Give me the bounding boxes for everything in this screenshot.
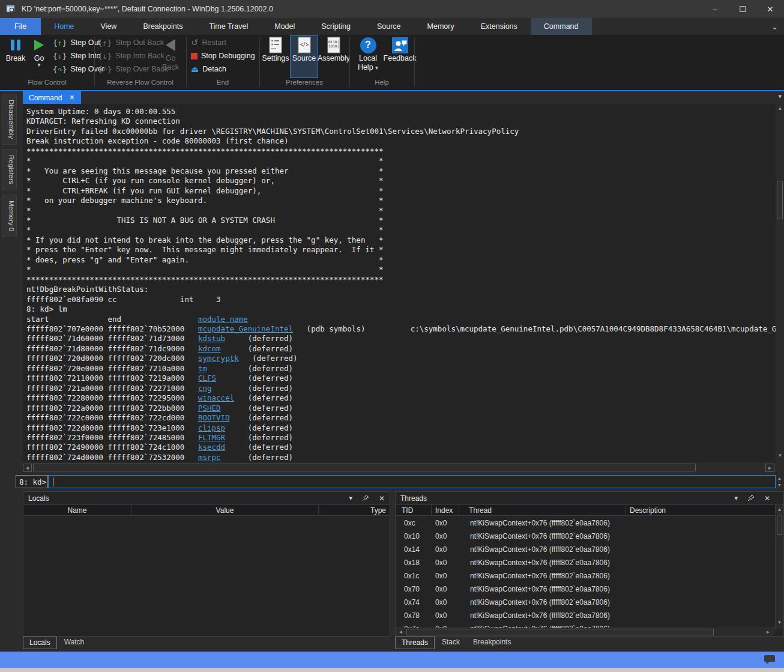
pin-icon[interactable] [747, 494, 755, 503]
scroll-up-icon[interactable]: ▲ [776, 506, 783, 513]
ribbon-tab-home[interactable]: Home [41, 18, 87, 35]
threads-horizontal-scrollbar[interactable]: ◄ ► [396, 628, 775, 636]
threads-tab-stack[interactable]: Stack [436, 637, 466, 649]
module-link[interactable]: clipsp [198, 423, 225, 432]
minimize-button[interactable]: – [701, 0, 729, 18]
thread-row[interactable]: 0x740x0nt!KiSwapContext+0x76 (fffff802`e… [396, 596, 775, 609]
thread-row[interactable]: 0x780x0nt!KiSwapContext+0x76 (fffff802`e… [396, 609, 775, 622]
close-pane-icon[interactable]: ✕ [764, 494, 770, 503]
module-link[interactable]: kdstub [198, 334, 225, 343]
pane-menu-icon[interactable]: ▾ [349, 494, 352, 502]
scroll-thumb[interactable] [406, 629, 714, 635]
console-horizontal-scrollbar[interactable]: ◄ ► [23, 462, 776, 473]
ribbon-tab-extensions[interactable]: Extensions [468, 18, 531, 35]
maximize-button[interactable]: ☐ [729, 0, 756, 18]
thread-row[interactable]: 0x100x0nt!KiSwapContext+0x76 (fffff802`e… [396, 530, 775, 543]
sidebar-tab-registers[interactable]: Registers [2, 149, 17, 190]
local-help-button[interactable]: ? Local Help ▾ [354, 36, 382, 78]
column-header-thread[interactable]: Thread [459, 505, 626, 515]
spin-up-icon[interactable]: ▲ [777, 476, 782, 480]
module-name-header-link[interactable]: module name [198, 315, 248, 324]
scroll-thumb[interactable] [33, 464, 696, 471]
thread-tid: 0x10 [396, 532, 432, 540]
close-pane-icon[interactable]: ✕ [379, 494, 385, 503]
spin-down-icon[interactable]: ▼ [777, 483, 782, 487]
thread-row[interactable]: 0x700x0nt!KiSwapContext+0x76 (fffff802`e… [396, 583, 775, 596]
scroll-thumb[interactable] [777, 515, 782, 535]
thread-row[interactable]: 0x140x0nt!KiSwapContext+0x76 (fffff802`e… [396, 543, 775, 556]
feedback-button[interactable]: Feedback [383, 36, 417, 78]
go-button[interactable]: Go ▾ [28, 36, 50, 78]
stop-debugging-button[interactable]: Stop Debugging [191, 49, 255, 62]
ribbon-tab-scripting[interactable]: Scripting [308, 18, 364, 35]
scroll-right-icon[interactable]: ► [765, 464, 774, 472]
column-header-index[interactable]: Index [432, 505, 459, 515]
ribbon-tab-time-travel[interactable]: Time Travel [196, 18, 261, 35]
thread-row[interactable]: 0x180x0nt!KiSwapContext+0x76 (fffff802`e… [396, 556, 775, 569]
ribbon-tab-view[interactable]: View [88, 18, 130, 35]
ribbon-tab-model[interactable]: Model [261, 18, 308, 35]
module-link[interactable]: BOOTVID [198, 413, 230, 422]
threads-tab-breakpoints[interactable]: Breakpoints [467, 637, 517, 649]
console-line: start end module name [26, 315, 776, 324]
column-header-value[interactable]: Value [131, 505, 319, 515]
column-header-type[interactable]: Type [319, 505, 390, 515]
locals-tab-watch[interactable]: Watch [58, 637, 91, 649]
module-link[interactable]: msrpc [198, 453, 221, 462]
module-link[interactable]: kdcom [198, 344, 221, 353]
scroll-left-icon[interactable]: ◄ [397, 629, 405, 635]
settings-button[interactable]: Settings [262, 36, 289, 78]
command-tab-close-icon[interactable]: ✕ [69, 94, 74, 101]
scroll-up-icon[interactable]: ▲ [777, 105, 783, 112]
ribbon-tab-source[interactable]: Source [364, 18, 414, 35]
module-link[interactable]: symcryptk [198, 354, 239, 363]
close-button[interactable]: ✕ [756, 0, 784, 18]
locals-tab-locals[interactable]: Locals [23, 637, 57, 649]
ribbon-tab-file[interactable]: File [0, 18, 41, 35]
scroll-down-icon[interactable]: ▼ [776, 619, 783, 626]
threads-tab-threads[interactable]: Threads [395, 637, 435, 649]
go-dropdown-icon[interactable]: ▾ [37, 62, 40, 67]
button-step-out[interactable]: {↑}Step Out [53, 36, 104, 49]
step-label: Step Into [70, 52, 100, 60]
thread-row[interactable]: 0x1c0x0nt!KiSwapContext+0x76 (fffff802`e… [396, 569, 775, 583]
ribbon-tab-breakpoints[interactable]: Breakpoints [130, 18, 196, 35]
scroll-down-icon[interactable]: ▼ [777, 452, 783, 459]
column-header-description[interactable]: Description [626, 505, 783, 515]
detach-button[interactable]: ⏏ Detach [191, 62, 255, 76]
module-link[interactable]: mcupdate_GenuineIntel [198, 324, 293, 333]
ribbon-tab-command[interactable]: Command [531, 18, 592, 35]
sidebar-tab-memory-0[interactable]: Memory 0 [2, 195, 17, 237]
thread-row[interactable]: 0xc0x0nt!KiSwapContext+0x76 (fffff802`e0… [396, 516, 775, 530]
scroll-left-icon[interactable]: ◄ [23, 464, 32, 472]
tab-command[interactable]: Command ✕ [23, 91, 81, 104]
module-link[interactable]: winaccel [198, 393, 234, 402]
scroll-right-icon[interactable]: ► [764, 629, 772, 635]
feedback-bubble-icon[interactable] [764, 655, 776, 667]
prompt-history-spinner[interactable]: ▲ ▼ [776, 475, 783, 488]
button-step-into[interactable]: {↓}Step Into [53, 49, 104, 62]
scroll-thumb[interactable] [777, 181, 783, 219]
collapse-ribbon-icon[interactable]: ⌄ [765, 18, 784, 35]
ribbon-tab-memory[interactable]: Memory [414, 18, 468, 35]
break-button[interactable]: Break [4, 36, 28, 78]
source-button[interactable]: </> Source [290, 35, 318, 78]
assembly-button[interactable]: 0110| 1010| Assembly [319, 36, 348, 78]
threads-vertical-scrollbar[interactable]: ▲ ▼ [775, 505, 783, 629]
command-input[interactable] [49, 476, 775, 488]
console-vertical-scrollbar[interactable]: ▲ ▼ [776, 104, 784, 462]
pin-icon[interactable] [362, 494, 369, 503]
button-step-over[interactable]: {↷}Step Over [53, 62, 104, 76]
column-header-tid[interactable]: TID [396, 505, 432, 515]
module-link[interactable]: FLTMGR [198, 433, 225, 442]
command-console[interactable]: System Uptime: 0 days 0:00:00.555KDTARGE… [23, 104, 776, 462]
sidebar-tab-disassembly[interactable]: Disassembly [2, 94, 17, 145]
dock-menu-icon[interactable]: ▾ [778, 92, 782, 100]
module-link[interactable]: ksecdd [198, 443, 225, 452]
column-header-name[interactable]: Name [23, 505, 131, 515]
module-link[interactable]: PSHED [198, 404, 221, 413]
module-link[interactable]: cng [198, 384, 212, 393]
module-link[interactable]: CLFS [198, 374, 216, 383]
pane-menu-icon[interactable]: ▾ [734, 494, 738, 502]
module-link[interactable]: tm [198, 364, 207, 373]
